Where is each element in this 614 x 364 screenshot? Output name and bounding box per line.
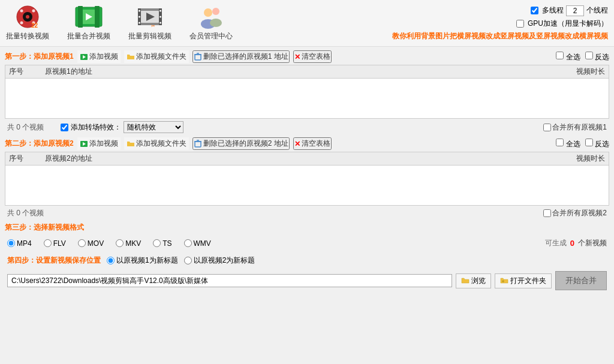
format-wmv-radio[interactable] [184, 239, 192, 247]
svg-point-23 [159, 22, 161, 24]
step1-header: 第一步：添加原视频1 添加视频 添加视频文件夹 [5, 49, 609, 64]
step2-footer: 共 0 个视频 合并所有原视频2 [5, 206, 609, 220]
toolbar-batch-convert[interactable]: 22 批量转换视频 [6, 5, 49, 41]
start-merge-btn[interactable]: 开始合并 [555, 271, 607, 290]
title-option2[interactable]: 以原视频2为新标题 [184, 255, 255, 266]
step1-link[interactable]: 第一步：添加原视频1 [5, 52, 74, 62]
format-mov-radio[interactable] [78, 239, 86, 247]
step1-select-all-cb[interactable] [556, 52, 564, 59]
step2-merge-all-cb[interactable] [543, 209, 551, 217]
format-flv[interactable]: FLV [44, 239, 66, 248]
step4-link[interactable]: 第四步：设置新视频保存位置 [7, 255, 101, 266]
step2-delete-btn[interactable]: 删除已选择的原视频2 地址 [192, 137, 290, 150]
batch-merge-icon [74, 5, 103, 29]
title-radio1[interactable] [107, 257, 115, 264]
step1-add-video-btn[interactable]: 添加视频 [77, 50, 121, 63]
gen-unit: 个新视频 [578, 238, 607, 248]
step1-delete-btn[interactable]: 删除已选择的原视频1 地址 [192, 50, 290, 63]
thread-unit-label: 个线程 [586, 5, 608, 16]
step1-col-num: 序号 [9, 67, 45, 77]
batch-merge-label: 批量合并视频 [67, 31, 110, 41]
toolbar-member-center[interactable]: 会员管理中心 [189, 5, 233, 41]
format-ts[interactable]: TS [153, 239, 171, 248]
step2-header-right: 全选 反选 [556, 139, 609, 149]
step3-link[interactable]: 第三步：选择新视频格式 [5, 222, 84, 233]
format-mov[interactable]: MOV [78, 239, 104, 248]
step2-col-duration: 视频时长 [557, 154, 605, 164]
gen-count: 0 [570, 239, 574, 248]
svg-rect-10 [95, 6, 100, 28]
step4-header-row: 第四步：设置新视频保存位置 以原视频1为新标题 以原视频2为新标题 [5, 253, 609, 268]
step2-link[interactable]: 第二步：添加原视频2 [5, 139, 74, 149]
transition-select[interactable]: 随机特效 [124, 121, 183, 133]
svg-point-22 [159, 16, 161, 18]
browse-icon [461, 277, 469, 284]
step1-table-body [5, 79, 609, 119]
batch-convert-label: 批量转换视频 [6, 31, 49, 41]
svg-rect-36 [195, 142, 201, 147]
step2-select-all-cb[interactable] [556, 139, 564, 146]
format-wmv[interactable]: WMV [184, 239, 211, 248]
batch-edit-icon: ✂ [136, 5, 164, 29]
title-option1[interactable]: 以原视频1为新标题 [107, 255, 178, 266]
toolbar-batch-merge[interactable]: 批量合并视频 [67, 5, 110, 41]
step2-table: 序号 原视频2的地址 视频时长 [5, 152, 609, 206]
format-mkv-radio[interactable] [116, 239, 124, 247]
multithread-label: 多线程 [542, 5, 564, 16]
step2-add-folder-btn[interactable]: 添加视频文件夹 [124, 137, 189, 150]
content-area: 第一步：添加原视频1 添加视频 添加视频文件夹 [0, 47, 614, 364]
member-center-label: 会员管理中心 [189, 31, 233, 41]
svg-point-21 [159, 10, 161, 12]
step1-deselect-cb[interactable] [585, 52, 593, 59]
add-video2-icon [80, 140, 88, 148]
delete-icon [194, 53, 202, 61]
step2-header: 第二步：添加原视频2 添加视频 添加视频文件夹 [5, 136, 609, 151]
svg-point-4 [32, 10, 35, 13]
step2-table-header: 序号 原视频2的地址 视频时长 [5, 152, 609, 166]
toolbar-batch-edit[interactable]: ✂ 批量剪辑视频 [128, 5, 171, 41]
thread-count-input[interactable]: 2 [566, 5, 584, 16]
format-ts-radio[interactable] [153, 239, 161, 247]
toolbar: 22 批量转换视频 批量合并视频 [0, 0, 614, 47]
step2-select-all[interactable]: 全选 [556, 139, 580, 149]
path-input[interactable]: C:\Users\23722\Downloads\视频剪辑高手V12.0高级版\… [7, 274, 452, 287]
svg-rect-31 [195, 55, 201, 60]
format-flv-radio[interactable] [44, 239, 52, 247]
step1-count: 共 0 个视频 [7, 122, 44, 133]
step4-section: 第四步：设置新视频保存位置 以原视频1为新标题 以原视频2为新标题 C:\Use… [5, 253, 609, 293]
step3-header: 第三步：选择新视频格式 [5, 221, 609, 234]
svg-text:✂: ✂ [151, 23, 155, 29]
step2-col-path: 原视频2的地址 [45, 154, 557, 164]
gpu-checkbox[interactable] [516, 20, 524, 28]
svg-point-18 [139, 10, 140, 12]
step1-merge-all-cb[interactable] [543, 124, 551, 131]
open-folder-btn[interactable]: 打开文件夹 [495, 273, 552, 288]
step1-merge-all: 合并所有原视频1 [543, 122, 607, 133]
step3-right: 可生成 0 个新视频 [545, 238, 607, 248]
step2-count: 共 0 个视频 [7, 208, 44, 218]
format-mkv[interactable]: MKV [116, 239, 141, 248]
add-folder-icon [127, 53, 135, 61]
transition-checkbox[interactable] [61, 124, 68, 131]
batch-edit-label: 批量剪辑视频 [128, 31, 171, 41]
svg-point-20 [139, 22, 140, 24]
format-mp4-radio[interactable] [7, 239, 15, 247]
add-video-icon [80, 53, 88, 61]
browse-btn[interactable]: 浏览 [456, 273, 491, 288]
step2-deselect[interactable]: 反选 [585, 139, 609, 149]
step1-col-path: 原视频1的地址 [45, 67, 557, 77]
step1-add-folder-btn[interactable]: 添加视频文件夹 [124, 50, 189, 63]
title-radio2[interactable] [184, 257, 192, 264]
multithread-checkbox[interactable] [531, 7, 538, 14]
format-mp4[interactable]: MP4 [7, 239, 32, 248]
step2-add-video-btn[interactable]: 添加视频 [77, 137, 121, 150]
open-folder-icon [500, 277, 508, 284]
step2-clear-btn[interactable]: ✕ 清空表格 [293, 137, 332, 150]
step2-deselect-cb[interactable] [585, 139, 593, 146]
step2-table-body [5, 166, 609, 206]
step1-select-all[interactable]: 全选 [556, 52, 580, 62]
step1-deselect[interactable]: 反选 [585, 52, 609, 62]
step1-table-header: 序号 原视频1的地址 视频时长 [5, 65, 609, 79]
step1-clear-btn[interactable]: ✕ 清空表格 [293, 50, 332, 63]
step2-col-num: 序号 [9, 154, 45, 164]
